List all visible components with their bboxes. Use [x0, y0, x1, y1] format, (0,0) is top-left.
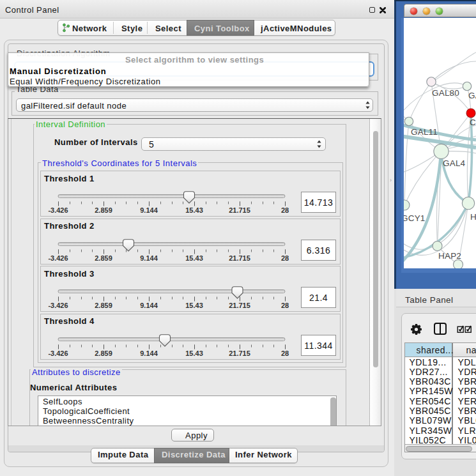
svg-text:9.144: 9.144: [140, 206, 158, 214]
svg-text:21.715: 21.715: [229, 302, 250, 309]
svg-text:2.859: 2.859: [95, 349, 112, 357]
svg-text:GAL4: GAL4: [443, 158, 466, 168]
svg-text:-3.426: -3.426: [48, 349, 68, 357]
svg-text:28: 28: [281, 206, 289, 214]
svg-text:GCY1: GCY1: [404, 213, 426, 223]
svg-text:HAP2: HAP2: [438, 251, 461, 261]
svg-text:9.144: 9.144: [140, 349, 158, 357]
svg-text:28: 28: [281, 349, 289, 357]
svg-text:15.43: 15.43: [185, 302, 203, 309]
svg-text:GA: GA: [468, 91, 476, 100]
svg-text:9.144: 9.144: [140, 254, 158, 262]
svg-text:21.715: 21.715: [229, 206, 250, 214]
svg-text:H: H: [470, 212, 476, 222]
svg-text:-3.426: -3.426: [48, 206, 68, 214]
svg-text:9.144: 9.144: [140, 302, 158, 309]
svg-text:15.43: 15.43: [185, 206, 203, 214]
svg-text:2.859: 2.859: [95, 302, 112, 309]
svg-text:28: 28: [281, 302, 289, 309]
svg-text:-3.426: -3.426: [48, 302, 68, 309]
svg-text:15.43: 15.43: [185, 349, 203, 357]
svg-text:15.43: 15.43: [185, 254, 203, 262]
svg-text:GAL80: GAL80: [432, 88, 459, 98]
svg-text:21.715: 21.715: [229, 254, 250, 262]
svg-text:C: C: [470, 118, 476, 127]
svg-text:-3.426: -3.426: [48, 254, 68, 262]
svg-text:21.715: 21.715: [229, 349, 250, 357]
svg-text:GAL11: GAL11: [411, 127, 438, 137]
svg-text:28: 28: [281, 254, 289, 262]
svg-text:2.859: 2.859: [95, 206, 112, 214]
svg-text:2.859: 2.859: [95, 254, 112, 262]
